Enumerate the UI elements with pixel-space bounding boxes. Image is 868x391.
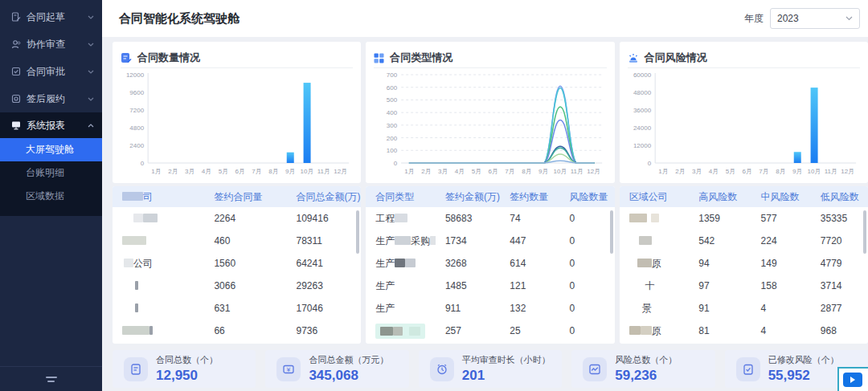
redacted-block [629,214,647,222]
sidebar-item-post-signing[interactable]: 签后履约 [0,85,102,112]
sidebar-item-collab-review[interactable]: 协作审查 [0,31,102,58]
sidebar-subitem-dashboard[interactable]: 大屏驾驶舱 [0,138,102,161]
line-series [410,146,594,163]
clipboard-check-icon [11,67,21,76]
table-cell: 911 [436,303,500,314]
table-cell: 631 [204,303,286,314]
svg-text:100: 100 [387,147,398,154]
document-edit-icon [11,12,21,22]
summary-card-avg-review-time: 平均审查时长（小时） 201 [419,350,562,388]
sidebar-item-contract-approval[interactable]: 合同审批 [0,58,102,85]
table-cell: 1359 [689,213,751,224]
summary-value: 201 [462,368,551,384]
table-row: 46078311 [113,230,361,252]
table-cell: 2264 [204,213,286,224]
highlighted-cell [375,324,425,339]
redacted-block [135,281,138,290]
table-row: 306629263 [113,275,361,297]
svg-text:200: 200 [387,135,398,142]
table-row: 生产32686140 [366,252,614,275]
table-cell: 4 [751,303,811,314]
document-chart-icon [121,52,132,63]
column-header: 风险数量 [560,190,615,204]
chevron-down-icon [88,15,94,19]
svg-text:2月: 2月 [675,168,685,175]
sidebar-subitem-label: 台账明细 [26,166,64,180]
table-cell: 224 [751,235,811,246]
svg-text:10月: 10月 [554,168,567,175]
table-cell: 7720 [811,235,868,246]
column-header: 中风险数 [751,190,811,204]
table-cell: 0 [560,235,615,246]
svg-text:1月: 1月 [658,168,668,175]
alarm-siren-icon [628,53,639,63]
svg-text:6月: 6月 [235,168,245,175]
document-icon [124,357,148,381]
year-filter: 年度 2023 [744,8,860,29]
column-header: 签约合同量 [204,190,286,204]
page-header: 合同智能化系统驾驶舱 年度 2023 [102,0,868,37]
table-cell: 78311 [287,235,362,246]
table-row: 5422247720 [620,230,868,252]
svg-text:24000: 24000 [633,124,652,132]
redacted-block [122,326,149,335]
contract-count-bar-chart: 02400480072009600120001月2月3月4月5月6月7月8月9月… [121,68,353,179]
table-cell: 968 [811,325,868,336]
svg-text:6月: 6月 [742,168,751,175]
table-row: 生产采购17344470 [366,230,614,252]
redacted-block [393,327,403,336]
summary-card-total-risks: 风险总数（个） 59,236 [571,350,714,388]
svg-text:9月: 9月 [792,168,802,175]
panel-header: 合同风险情况 [628,48,860,68]
table-scrollbar[interactable] [863,210,866,254]
table-cell: 景 [620,302,690,316]
table-cell: 0 [560,258,615,269]
table-cell: 94 [689,258,751,269]
table-cell [113,235,204,246]
summary-label: 合同总金额（万元） [309,354,388,366]
summary-label: 合同总数（个） [156,354,218,366]
table-cell: 3268 [436,258,500,269]
svg-text:2月: 2月 [168,168,178,175]
contract-risk-bar-chart: 012000240003600048000600001月2月3月4月5月6月7月… [628,68,860,179]
table-cell: 64241 [287,258,362,269]
table-cell: 149 [751,258,811,269]
sidebar-subitem-regional-data[interactable]: 区域数据 [0,185,102,208]
table-cell: 0 [560,280,615,291]
sidebar-collapse-control[interactable] [0,366,102,391]
charts-row: 合同数量情况 02400480072009600120001月2月3月4月5月6… [113,42,868,183]
svg-text:3月: 3月 [438,168,448,175]
chevron-up-icon [88,124,94,128]
summary-value: 55,952 [768,368,839,384]
table-cell: 4779 [811,258,868,269]
table-regional-risk: 区域公司高风险数中风险数低风险数1359577353355422247720原9… [620,186,868,344]
svg-text:0: 0 [141,160,145,167]
svg-text:6月: 6月 [489,168,498,175]
table-row: 生产9111320 [366,297,614,320]
table-cell: 原 [620,324,690,338]
floating-video-widget[interactable] [837,367,868,391]
svg-text:4月: 4月 [455,168,465,175]
year-select[interactable]: 2023 [770,8,860,29]
table-cell: 公司 [113,257,204,271]
sidebar-item-label: 合同起草 [27,10,65,24]
table-scrollbar[interactable] [356,210,359,254]
table-cell: 0 [560,325,615,336]
table-cell: 生产 [366,302,436,316]
table-cell: 158 [751,280,811,291]
redacted-block [405,259,416,267]
table-cell: 2877 [811,303,868,314]
redacted-block [395,259,405,267]
sidebar-item-contract-draft[interactable]: 合同起草 [0,3,102,31]
svg-text:12月: 12月 [334,168,347,175]
svg-text:700: 700 [387,71,398,79]
money-icon: ¥ [276,357,301,381]
svg-text:0: 0 [647,160,651,167]
table-row: 63117046 [113,297,361,320]
table-scrollbar[interactable] [610,210,613,254]
sidebar-subitem-ledger-detail[interactable]: 台账明细 [0,161,102,185]
summary-card-total-amount: ¥ 合同总金额（万元） 345,068 [265,350,408,388]
sidebar-item-system-reports[interactable]: 系统报表 [0,112,102,138]
table-cell: 132 [500,303,559,314]
sidebar-section-reports: 系统报表 大屏驾驶舱 台账明细 区域数据 [0,112,102,216]
